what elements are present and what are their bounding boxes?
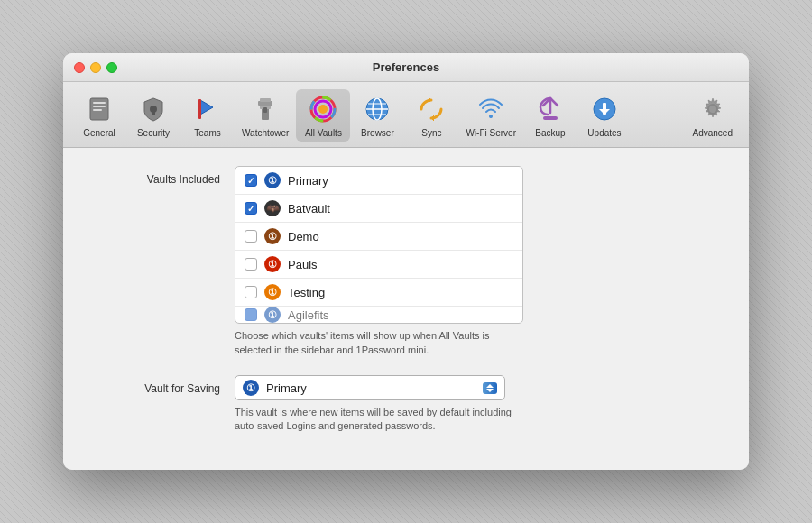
toolbar-item-sync[interactable]: Sync [404, 89, 458, 142]
vault-item-testing[interactable]: ① Testing [235, 279, 522, 307]
svg-rect-24 [543, 116, 558, 120]
updates-icon [588, 93, 621, 125]
minimize-button[interactable] [90, 62, 101, 73]
vault-icon-batvault: 🦇 [264, 200, 281, 216]
vaults-included-row: Vaults Included ① Primary 🦇 Batvault [90, 166, 722, 357]
close-button[interactable] [74, 62, 85, 73]
backup-icon [534, 93, 567, 125]
toolbar-item-wifiserver[interactable]: Wi-Fi Server [458, 89, 523, 142]
watchtower-label: Watchtower [242, 128, 289, 138]
vault-checkbox-primary[interactable] [245, 174, 257, 187]
vault-item-primary[interactable]: ① Primary [235, 167, 522, 195]
vault-icon-pauls: ① [264, 256, 281, 272]
vault-icon-primary: ① [264, 172, 281, 188]
vaults-included-content: ① Primary 🦇 Batvault ① Demo [235, 166, 722, 357]
vault-item-demo[interactable]: ① Demo [235, 223, 522, 251]
allvaults-label: All Vaults [305, 128, 342, 138]
svg-rect-26 [603, 103, 606, 115]
vault-dropdown-arrows [483, 382, 497, 394]
toolbar-item-advanced[interactable]: Advanced [686, 89, 740, 142]
watchtower-icon [249, 93, 281, 125]
vault-checkbox-testing[interactable] [245, 286, 257, 298]
vault-for-saving-row: Vault for Saving ① Primary This vault is… [90, 375, 722, 434]
teams-icon [191, 93, 224, 125]
teams-label: Teams [194, 128, 220, 138]
backup-label: Backup [535, 128, 565, 138]
toolbar: General Security Teams [63, 82, 749, 148]
security-icon [137, 93, 170, 125]
traffic-lights [74, 62, 117, 73]
vault-checkbox-pauls[interactable] [245, 258, 257, 271]
svg-rect-11 [263, 107, 267, 113]
vault-item-pauls[interactable]: ① Pauls [235, 251, 522, 279]
vault-for-saving-hint: This vault is where new items will be sa… [235, 406, 523, 434]
vaults-included-label: Vaults Included [90, 166, 235, 186]
vault-for-saving-label: Vault for Saving [90, 375, 235, 395]
maximize-button[interactable] [106, 62, 117, 73]
vault-checkbox-partial[interactable] [245, 308, 257, 321]
svg-rect-3 [93, 109, 102, 111]
vault-icon-partial: ① [264, 307, 281, 323]
wifiserver-icon [475, 93, 507, 125]
toolbar-item-updates[interactable]: Updates [577, 89, 632, 142]
toolbar-item-backup[interactable]: Backup [523, 89, 577, 142]
browser-label: Browser [361, 128, 394, 138]
toolbar-item-teams[interactable]: Teams [180, 89, 235, 142]
window-title: Preferences [373, 60, 439, 74]
vault-name-partial: Agilefits [288, 308, 329, 322]
toolbar-item-watchtower[interactable]: Watchtower [235, 89, 296, 142]
vault-name-testing: Testing [288, 286, 325, 299]
sync-label: Sync [421, 128, 441, 138]
titlebar: Preferences [63, 53, 749, 82]
toolbar-item-browser[interactable]: Browser [350, 89, 404, 142]
vault-name-pauls: Pauls [288, 258, 318, 271]
svg-rect-5 [152, 111, 155, 115]
allvaults-icon [307, 93, 339, 125]
vaults-included-hint: Choose which vaults' items will show up … [235, 329, 523, 357]
vault-item-batvault[interactable]: 🦇 Batvault [235, 195, 522, 223]
vault-item-partial[interactable]: ① Agilefits [235, 307, 522, 323]
vault-icon-testing: ① [264, 284, 281, 300]
vault-name-primary: Primary [288, 174, 328, 188]
svg-rect-1 [93, 102, 106, 104]
advanced-label: Advanced [693, 128, 733, 138]
svg-point-23 [489, 115, 493, 118]
svg-rect-6 [198, 99, 201, 119]
advanced-icon [697, 93, 729, 125]
browser-icon [361, 93, 393, 125]
vault-name-batvault: Batvault [288, 202, 330, 216]
vault-for-saving-content: ① Primary This vault is where new items … [235, 375, 722, 434]
sync-icon [415, 93, 448, 125]
vault-list: ① Primary 🦇 Batvault ① Demo [235, 166, 523, 324]
vault-checkbox-batvault[interactable] [245, 202, 257, 215]
general-icon [83, 93, 115, 125]
vault-icon-demo: ① [264, 228, 281, 244]
svg-point-17 [318, 105, 328, 114]
toolbar-item-general[interactable]: General [72, 89, 126, 142]
arrow-down-icon [486, 389, 494, 392]
toolbar-item-security[interactable]: Security [126, 89, 180, 142]
vault-checkbox-demo[interactable] [245, 230, 257, 243]
svg-rect-10 [260, 98, 271, 102]
svg-rect-2 [93, 106, 106, 107]
security-label: Security [137, 128, 170, 138]
wifiserver-label: Wi-Fi Server [466, 128, 516, 138]
general-label: General [83, 128, 115, 138]
vault-name-demo: Demo [288, 230, 319, 243]
vault-for-saving-dropdown[interactable]: ① Primary [235, 375, 505, 400]
updates-label: Updates [587, 128, 621, 138]
arrow-up-icon [486, 384, 494, 388]
vault-for-saving-value: Primary [266, 381, 475, 395]
preferences-window: Preferences General [63, 53, 749, 470]
toolbar-item-allvaults[interactable]: All Vaults [296, 89, 350, 142]
vault-for-saving-icon: ① [243, 380, 259, 396]
preferences-content: Vaults Included ① Primary 🦇 Batvault [63, 148, 749, 470]
